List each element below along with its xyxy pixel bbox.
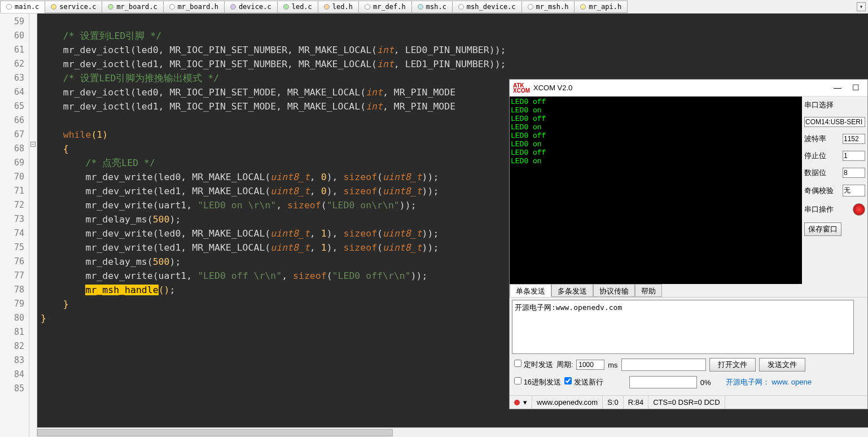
stop-label: 停止位 — [804, 151, 826, 161]
xcom-logo-icon: ATKXCOM — [513, 83, 530, 93]
file-tab-service-c[interactable]: service.c — [45, 1, 102, 13]
file-tabs: main.cservice.cmr_board.cmr_board.hdevic… — [0, 0, 868, 14]
file-tab-mr_def-h[interactable]: mr_def.h — [358, 1, 412, 13]
parity-select[interactable]: 无 — [843, 185, 865, 196]
parity-label: 奇偶校验 — [804, 186, 834, 196]
xcom-titlebar[interactable]: ATKXCOM XCOM V2.0 — ☐ — [510, 80, 867, 97]
file-tab-mr_board-h[interactable]: mr_board.h — [163, 1, 225, 13]
xcom-title: XCOM V2.0 — [533, 84, 829, 92]
xcom-tab-1[interactable]: 多条发送 — [551, 284, 593, 297]
stop-select[interactable]: 1 — [843, 151, 865, 161]
file-tab-device-c[interactable]: device.c — [224, 1, 278, 13]
status-site[interactable]: www.openedv.com — [532, 396, 603, 409]
baud-label: 波特率 — [804, 134, 826, 144]
record-button[interactable] — [853, 203, 865, 216]
timed-send-checkbox[interactable]: 定时发送 — [514, 360, 553, 370]
website-link[interactable]: 开源电子网： www. opene — [726, 377, 812, 387]
dropdown-icon[interactable]: ▾ — [523, 398, 527, 407]
progress-pct: 0% — [700, 378, 711, 387]
minimize-button[interactable]: — — [829, 82, 846, 94]
xcom-tab-0[interactable]: 单条发送 — [510, 284, 551, 297]
xcom-tab-2[interactable]: 协议传输 — [593, 284, 635, 297]
maximize-button[interactable]: ☐ — [847, 82, 864, 94]
file-tab-main-c[interactable]: main.c — [0, 1, 45, 13]
period-unit: ms — [608, 361, 617, 369]
fold-marker-icon[interactable]: − — [30, 142, 36, 147]
horizontal-scrollbar[interactable] — [37, 427, 868, 437]
status-dot-icon — [514, 400, 520, 405]
serial-settings: 串口选择 COM14:USB-SERI 波特率1152 停止位1 数据位8 奇偶… — [802, 97, 867, 284]
file-tab-led-c[interactable]: led.c — [277, 1, 318, 13]
open-file-button[interactable]: 打开文件 — [709, 358, 756, 372]
baud-select[interactable]: 1152 — [843, 134, 865, 144]
save-window-button[interactable]: 保存窗口 — [804, 222, 841, 236]
xcom-tab-3[interactable]: 帮助 — [635, 284, 662, 297]
terminal-output[interactable]: LED0 off LED0 on LED0 off LED0 on LED0 o… — [510, 97, 802, 284]
file-tab-mr_board-c[interactable]: mr_board.c — [102, 1, 163, 13]
status-cts: CTS=0 DSR=0 DCD — [648, 396, 725, 409]
file-tab-mr_msh-h[interactable]: mr_msh.h — [521, 1, 575, 13]
period-label: 周期: — [556, 360, 573, 370]
period-input[interactable] — [576, 360, 604, 370]
fold-column: − — [29, 14, 37, 437]
tabs-dropdown-icon[interactable]: ▾ — [857, 2, 866, 11]
data-select[interactable]: 8 — [843, 168, 865, 178]
status-sent: S:0 — [603, 396, 624, 409]
file-tab-msh-c[interactable]: msh.c — [411, 1, 453, 13]
xcom-statusbar: ▾ www.openedv.com S:0 R:84 CTS=0 DSR=0 D… — [510, 395, 867, 409]
xcom-tabs: 单条发送多条发送协议传输帮助 — [510, 284, 867, 298]
status-recv: R:84 — [624, 396, 648, 409]
send-textarea[interactable] — [512, 300, 854, 354]
op-label: 串口操作 — [804, 204, 834, 215]
data-label: 数据位 — [804, 168, 826, 178]
file-tab-led-h[interactable]: led.h — [318, 1, 359, 13]
progress-bar — [629, 376, 697, 388]
hex-send-checkbox[interactable]: 16进制发送 — [514, 377, 561, 387]
file-tab-msh_device-c[interactable]: msh_device.c — [452, 1, 522, 13]
send-file-button[interactable]: 发送文件 — [759, 358, 805, 372]
port-select[interactable]: COM14:USB-SERI — [804, 117, 865, 127]
send-newline-checkbox[interactable]: 发送新行 — [564, 377, 603, 387]
file-tab-mr_api-h[interactable]: mr_api.h — [574, 1, 628, 13]
port-label: 串口选择 — [804, 100, 834, 110]
line-gutter: 5960616263646566676869707172737475767778… — [0, 14, 29, 437]
file-path-box[interactable] — [621, 359, 706, 371]
xcom-window: ATKXCOM XCOM V2.0 — ☐ LED0 off LED0 on L… — [509, 79, 868, 409]
